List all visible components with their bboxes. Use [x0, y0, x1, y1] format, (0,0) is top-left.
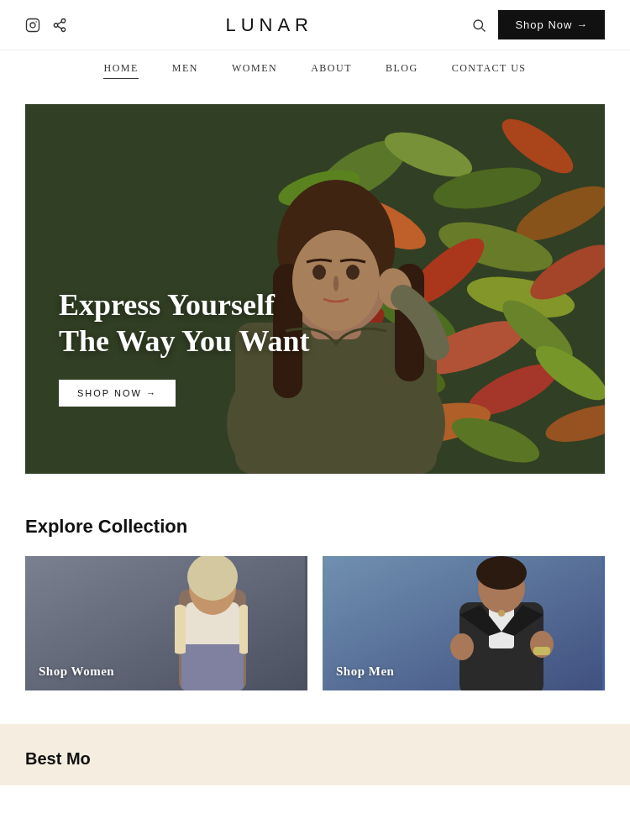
instagram-icon[interactable] — [25, 18, 40, 33]
nav-item-about[interactable]: ABOUT — [311, 62, 352, 79]
svg-point-58 — [476, 556, 527, 590]
header-right-actions: Shop Now → — [471, 10, 605, 39]
svg-point-3 — [61, 18, 66, 23]
svg-point-4 — [54, 23, 58, 27]
nav-item-men[interactable]: MEN — [172, 62, 198, 79]
men-card-label: Shop Men — [336, 664, 394, 679]
explore-section: Explore Collection — [0, 474, 630, 724]
hero-content: Express Yourself The Way You Want Shop N… — [59, 287, 309, 407]
hero-title: Express Yourself The Way You Want — [59, 287, 309, 360]
nav-item-home[interactable]: HOME — [103, 62, 138, 79]
nav-item-women[interactable]: WOMEN — [232, 62, 277, 79]
svg-point-8 — [474, 20, 483, 29]
hero-section: Express Yourself The Way You Want Shop N… — [25, 104, 605, 474]
hero-shop-now-button[interactable]: Shop Now → — [59, 380, 176, 407]
bottom-section-title: Best Mo — [25, 749, 605, 769]
explore-grid: Shop Women — [25, 556, 605, 690]
svg-rect-50 — [181, 644, 244, 690]
explore-title: Explore Collection — [25, 516, 605, 538]
site-logo: LUNAR — [67, 14, 471, 36]
svg-rect-60 — [533, 647, 550, 655]
svg-point-1 — [30, 23, 35, 28]
svg-point-61 — [450, 633, 474, 660]
header: LUNAR Shop Now → — [0, 0, 630, 50]
svg-line-6 — [57, 26, 61, 29]
svg-point-2 — [35, 21, 37, 23]
svg-rect-0 — [27, 18, 39, 31]
shop-men-card[interactable]: Shop Men — [323, 556, 605, 690]
search-icon[interactable] — [471, 18, 486, 33]
bottom-section: Best Mo — [0, 724, 630, 785]
main-nav: HOME MEN WOMEN ABOUT BLOG CONTACT US — [0, 50, 630, 87]
svg-line-9 — [482, 28, 486, 31]
svg-point-62 — [498, 610, 505, 617]
svg-line-7 — [57, 21, 61, 24]
header-left-icons — [25, 18, 67, 33]
nav-item-blog[interactable]: BLOG — [386, 62, 418, 79]
women-card-label: Shop Women — [39, 664, 114, 679]
nav-item-contact[interactable]: CONTACT US — [452, 62, 527, 79]
share-icon[interactable] — [52, 18, 67, 33]
shop-women-card[interactable]: Shop Women — [25, 556, 307, 690]
header-shop-now-button[interactable]: Shop Now → — [498, 10, 605, 39]
svg-point-5 — [61, 28, 66, 32]
